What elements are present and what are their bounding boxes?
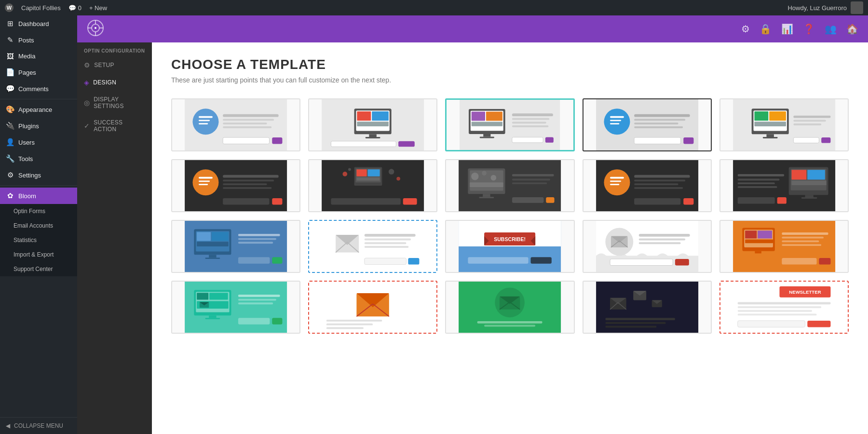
template-card-12[interactable] — [308, 220, 437, 273]
svg-rect-40 — [512, 137, 543, 143]
media-icon: 🖼 — [6, 52, 14, 60]
svg-rect-140 — [272, 257, 282, 263]
svg-rect-109 — [634, 179, 685, 181]
template-card-7[interactable] — [308, 159, 437, 212]
svg-rect-59 — [766, 134, 773, 137]
svg-rect-57 — [769, 111, 786, 121]
sidebar-item-media[interactable]: 🖼 Media — [0, 48, 77, 64]
sidebar-item-bloom[interactable]: ✿ Bloom — [0, 188, 77, 204]
template-card-14[interactable] — [583, 220, 712, 273]
svg-rect-225 — [605, 318, 675, 320]
wp-logo-icon[interactable]: W — [5, 3, 14, 12]
sidebar-item-appearance[interactable]: 🎨 Appearance — [0, 101, 77, 118]
sidebar-item-users[interactable]: 👤 Users — [0, 134, 77, 150]
template-card-8[interactable] — [445, 159, 574, 212]
header-settings-icon[interactable]: ⚙ — [741, 23, 750, 35]
svg-text:SUBSCRIBE!: SUBSCRIBE! — [494, 236, 526, 242]
success-action-icon: ✓ — [84, 122, 90, 130]
sidebar-item-pages[interactable]: 📄 Pages — [0, 64, 77, 81]
template-card-9[interactable] — [583, 159, 712, 212]
nav-item-setup[interactable]: ⚙ SETUP — [77, 56, 152, 74]
template-card-5[interactable] — [719, 98, 849, 151]
svg-rect-108 — [634, 175, 690, 178]
template-card-13[interactable]: SUBSCRIBE! — [445, 220, 574, 273]
svg-rect-17 — [272, 137, 282, 144]
svg-rect-31 — [472, 112, 485, 121]
new-content-button[interactable]: + New — [89, 4, 107, 12]
svg-rect-196 — [238, 299, 276, 301]
template-card-6[interactable] — [171, 159, 300, 212]
svg-rect-206 — [326, 324, 373, 326]
svg-rect-48 — [634, 119, 685, 121]
svg-rect-10 — [199, 120, 210, 121]
template-card-4[interactable] — [583, 98, 712, 151]
site-name[interactable]: Capitol Follies — [21, 4, 61, 12]
svg-rect-81 — [368, 169, 380, 176]
dashboard-icon: ⊞ — [6, 19, 14, 28]
sidebar-item-statistics[interactable]: Statistics — [0, 233, 77, 247]
svg-rect-46 — [610, 123, 619, 124]
howdy-user[interactable]: Howdy, Luz Guerroro — [787, 4, 847, 12]
template-card-19[interactable] — [583, 281, 712, 334]
nav-item-display-settings[interactable]: ◎ DISPLAY SETTINGS — [77, 91, 152, 114]
header-users-icon[interactable]: 👥 — [825, 23, 837, 35]
plugin-content: OPTIN CONFIGURATION ⚙ SETUP ◈ DESIGN ◎ D… — [77, 42, 868, 434]
svg-rect-96 — [483, 194, 490, 197]
svg-rect-207 — [326, 327, 364, 329]
svg-rect-235 — [738, 321, 805, 327]
template-card-17[interactable] — [308, 281, 437, 334]
nav-item-design[interactable]: ◈ DESIGN — [77, 74, 152, 91]
page-title: CHOOSE A TEMPLATE — [171, 57, 849, 72]
nav-item-success-action[interactable]: ✓ SUCCESS ACTION — [77, 114, 152, 137]
svg-rect-139 — [238, 257, 270, 263]
svg-rect-64 — [793, 137, 819, 143]
template-card-20[interactable]: NEWSLETTER — [719, 281, 849, 334]
svg-rect-232 — [738, 306, 821, 308]
sidebar-item-settings[interactable]: ⚙ Settings — [0, 167, 77, 183]
sidebar-item-dashboard[interactable]: ⊞ Dashboard — [0, 15, 77, 32]
comments-icon: 💬 — [6, 84, 14, 93]
header-help-icon[interactable]: ❓ — [803, 23, 815, 35]
sidebar-item-email-accounts[interactable]: Email Accounts — [0, 218, 77, 233]
template-card-15[interactable] — [719, 220, 849, 273]
svg-rect-127 — [777, 197, 786, 203]
svg-rect-215 — [484, 325, 535, 327]
svg-point-85 — [389, 169, 394, 175]
svg-rect-11 — [199, 123, 208, 124]
svg-rect-47 — [634, 114, 690, 117]
comments-count[interactable]: 💬 0 — [68, 4, 81, 12]
svg-rect-80 — [357, 169, 367, 176]
svg-rect-36 — [512, 113, 553, 116]
sidebar-item-optin-forms[interactable]: Optin Forms — [0, 204, 77, 218]
sidebar-item-posts[interactable]: ✎ Posts — [0, 32, 77, 48]
header-home-icon[interactable]: 🏠 — [846, 23, 858, 35]
template-card-11[interactable] — [171, 220, 300, 273]
sidebar-item-comments[interactable]: 💬 Comments — [0, 81, 77, 97]
template-card-18[interactable] — [445, 281, 574, 334]
sidebar-item-support-center[interactable]: Support Center — [0, 262, 77, 276]
collapse-menu-button[interactable]: ◀ COLLAPSE MENU — [0, 417, 77, 434]
template-card-2[interactable] — [308, 98, 437, 151]
svg-rect-39 — [512, 125, 549, 127]
svg-rect-125 — [738, 186, 777, 188]
svg-rect-113 — [683, 198, 693, 204]
sidebar-item-tools[interactable]: 🔧 Tools — [0, 150, 77, 167]
sidebar-item-plugins[interactable]: 🔌 Plugins — [0, 118, 77, 134]
template-card-16[interactable] — [171, 281, 300, 334]
header-lock-icon[interactable]: 🔒 — [760, 23, 772, 35]
svg-point-104 — [604, 169, 630, 195]
svg-rect-177 — [745, 240, 773, 244]
svg-rect-82 — [357, 177, 380, 181]
header-stats-icon[interactable]: 📊 — [781, 23, 793, 35]
svg-rect-137 — [238, 238, 276, 240]
posts-icon: ✎ — [6, 36, 14, 44]
svg-rect-37 — [512, 118, 550, 120]
svg-rect-51 — [634, 137, 680, 144]
template-card-1[interactable] — [171, 98, 300, 151]
svg-rect-95 — [470, 182, 503, 187]
svg-rect-170 — [610, 259, 673, 265]
sidebar-item-import-export[interactable]: Import & Export — [0, 247, 77, 262]
template-card-3[interactable] — [445, 98, 574, 151]
template-card-10[interactable] — [719, 159, 849, 212]
svg-rect-193 — [209, 315, 216, 318]
